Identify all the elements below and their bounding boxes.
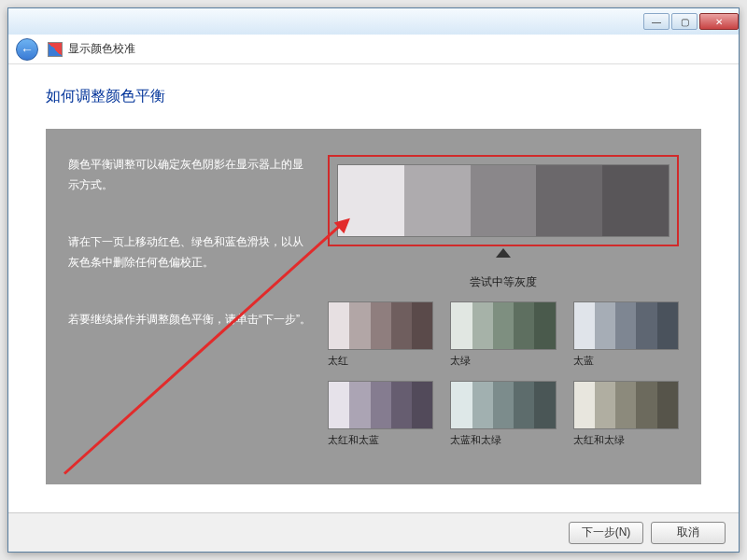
cancel-button[interactable]: 取消 <box>651 522 726 544</box>
maximize-button[interactable]: ▢ <box>671 13 698 30</box>
close-button[interactable]: ✕ <box>699 13 739 30</box>
highlight-annotation <box>328 155 679 246</box>
swatch-label: 太蓝 <box>573 354 679 368</box>
minimize-button[interactable]: — <box>643 13 669 30</box>
instruction-panel: 颜色平衡调整可以确定灰色阴影在显示器上的显示方式。 请在下一页上移动红色、绿色和… <box>46 129 701 484</box>
instruction-paragraph: 若要继续操作并调整颜色平衡，请单击“下一步”。 <box>68 310 311 330</box>
dialog-window: — ▢ ✕ ← 显示颜色校准 如何调整颜色平衡 颜色平衡调整可以确定灰色阴影在显… <box>7 7 740 553</box>
swatch-label: 太蓝和太绿 <box>450 433 556 447</box>
swatch-label: 太红 <box>328 354 433 368</box>
instruction-paragraph: 请在下一页上移动红色、绿色和蓝色滑块，以从灰色条中删除任何色偏校正。 <box>68 232 311 273</box>
navbar: ← 显示颜色校准 <box>8 35 739 64</box>
neutral-label: 尝试中等灰度 <box>328 274 679 290</box>
content-area: 如何调整颜色平衡 颜色平衡调整可以确定灰色阴影在显示器上的显示方式。 请在下一页… <box>8 64 739 512</box>
swatch-label: 太绿 <box>450 354 556 368</box>
neutral-gray-strip <box>337 164 669 237</box>
instruction-paragraph: 颜色平衡调整可以确定灰色阴影在显示器上的显示方式。 <box>68 155 311 195</box>
control-panel-icon <box>48 42 63 57</box>
pointer-triangle-icon <box>496 248 511 258</box>
swatch-label: 太红和太蓝 <box>328 433 433 447</box>
swatch-too-blue-green: 太蓝和太绿 <box>450 381 556 447</box>
swatch-too-green: 太绿 <box>450 301 556 368</box>
footer-bar: 下一步(N) 取消 <box>8 512 739 552</box>
nav-title: 显示颜色校准 <box>68 41 135 57</box>
swatch-too-blue: 太蓝 <box>573 301 679 368</box>
swatch-label: 太红和太绿 <box>573 433 679 447</box>
instruction-text-column: 颜色平衡调整可以确定灰色阴影在显示器上的显示方式。 请在下一页上移动红色、绿色和… <box>68 155 311 447</box>
titlebar: — ▢ ✕ <box>8 8 739 35</box>
swatch-too-red-blue: 太红和太蓝 <box>328 381 433 447</box>
swatch-too-red: 太红 <box>328 301 433 368</box>
next-button[interactable]: 下一步(N) <box>569 522 643 544</box>
sample-column: 尝试中等灰度 太红 太绿 太蓝 <box>328 155 679 447</box>
page-heading: 如何调整颜色平衡 <box>46 87 701 106</box>
swatch-grid: 太红 太绿 太蓝 太红和太蓝 <box>328 301 679 447</box>
back-button[interactable]: ← <box>16 38 38 61</box>
swatch-too-red-green: 太红和太绿 <box>573 381 679 447</box>
